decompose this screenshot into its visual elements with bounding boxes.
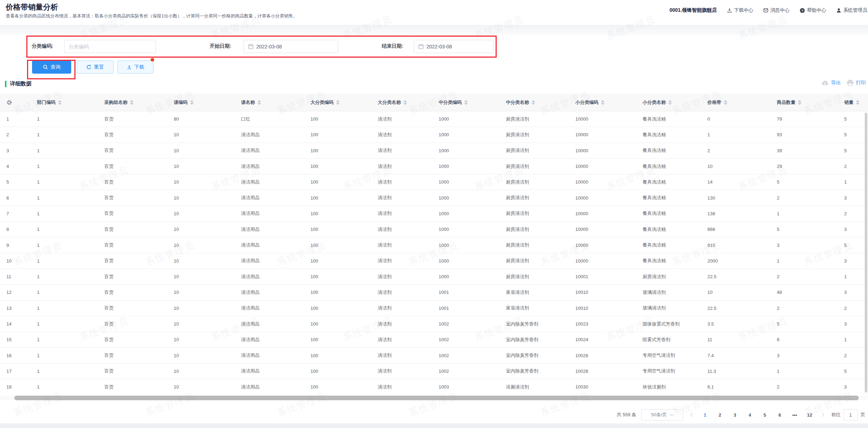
sort-carets-icon[interactable] <box>668 100 672 105</box>
column-header-label: 价格带 <box>707 99 721 106</box>
chevron-right-icon <box>820 413 824 417</box>
column-header[interactable]: 中分类编码 <box>432 99 500 106</box>
table-cell: 1000 <box>432 164 500 169</box>
table-cell: 1000 <box>432 179 500 185</box>
table-cell: 百货 <box>98 210 167 217</box>
table-cell: 1000 <box>432 274 500 279</box>
table-cell: 厨房清洁剂 <box>500 132 569 138</box>
page-number-button[interactable]: 4 <box>747 412 753 418</box>
table-cell: 1 <box>701 132 770 137</box>
download-button[interactable]: 下载 <box>117 60 153 74</box>
table-cell: 清洁用品 <box>235 179 304 185</box>
table-cell: 清洁剂 <box>371 179 432 185</box>
page-title: 价格带销量分析 <box>6 2 58 12</box>
column-header[interactable]: 部门编码 <box>31 99 98 106</box>
table-cell: 10 <box>167 306 235 311</box>
sort-carets-icon[interactable] <box>601 100 605 105</box>
start-date-field[interactable]: 2022-03-08 <box>244 40 338 53</box>
table-cell: 100 <box>304 148 371 153</box>
table-cell: 10000 <box>569 243 636 248</box>
nav-current-user[interactable]: 系统管理员 <box>836 7 868 14</box>
table-cell: 1 <box>31 290 98 295</box>
column-header[interactable]: 商品数量 <box>770 99 838 106</box>
column-header[interactable]: 中分类名称 <box>500 99 569 106</box>
category-code-field[interactable] <box>64 40 156 53</box>
sort-carets-icon[interactable] <box>130 100 134 105</box>
table-cell: 1 <box>31 132 98 137</box>
column-header[interactable]: 大分类名称 <box>371 99 432 106</box>
horizontal-scrollbar <box>0 396 868 400</box>
vertical-scrollbar-thumb[interactable] <box>865 113 867 392</box>
column-header-label: 大分类名称 <box>378 99 401 106</box>
table-cell: 清洁剂 <box>371 242 432 248</box>
table-cell: 100 <box>304 258 371 264</box>
table-cell: 22.5 <box>701 274 770 279</box>
page-ellipsis[interactable]: ••• <box>791 412 798 418</box>
sort-carets-icon[interactable] <box>58 100 62 105</box>
table-cell: 清洁用品 <box>235 195 304 201</box>
page-number-button[interactable]: 3 <box>732 412 738 418</box>
column-header[interactable]: 小分类名称 <box>636 99 701 106</box>
page-subtitle: 查看各分类的商品区线分布情况，基本算法：取各小分类商品的实际售价（保留1位小数）… <box>6 13 297 19</box>
nav-message-center[interactable]: 消息中心 <box>763 7 790 14</box>
sort-carets-icon[interactable] <box>724 100 727 105</box>
prev-page-button[interactable] <box>688 411 697 419</box>
column-header[interactable]: 小分类编码 <box>569 99 636 106</box>
table-cell: 1 <box>31 306 98 311</box>
page-number-button[interactable]: 6 <box>777 412 783 418</box>
nav-help-center[interactable]: ? 帮助中心 <box>800 7 826 14</box>
column-header[interactable]: 销量 <box>838 99 868 106</box>
table-cell: 100 <box>304 211 371 216</box>
print-link[interactable]: 打印 <box>847 80 866 86</box>
table-cell: 29 <box>770 164 838 169</box>
column-header[interactable]: 大分类编码 <box>304 99 371 106</box>
table-cell: 39 <box>770 148 838 153</box>
export-link[interactable]: 导出 <box>821 80 841 86</box>
table-cell: 厨房清洁剂 <box>500 258 569 264</box>
column-header[interactable]: 采购组名称 <box>98 99 167 106</box>
sort-carets-icon[interactable] <box>798 100 801 105</box>
table-cell: 6 <box>770 337 838 342</box>
sort-carets-icon[interactable] <box>190 100 194 105</box>
section-title: 详细数据 <box>10 80 31 87</box>
table-row: 161百货10清洁用品100清洁剂1002室内除臭芳香剂10026专用空气清洁剂… <box>0 348 868 363</box>
download-icon <box>727 8 732 13</box>
column-header[interactable]: 课编码 <box>167 99 235 106</box>
start-date-value: 2022-03-08 <box>256 44 282 49</box>
sort-carets-icon[interactable] <box>403 100 407 105</box>
table-cell: 厨房清洁剂 <box>500 116 569 122</box>
column-header[interactable]: 价格带 <box>701 99 770 106</box>
page-number-button[interactable]: 2 <box>717 412 723 418</box>
nav-download-center[interactable]: 下载中心 <box>727 7 753 14</box>
table-row: 101百货10清洁用品100清洁剂1000厨房清洁剂10000餐具洗洁精2000… <box>0 253 868 269</box>
horizontal-scrollbar-thumb[interactable] <box>14 396 859 400</box>
table-settings-cell[interactable] <box>0 100 31 105</box>
column-header[interactable]: 课名称 <box>235 99 304 106</box>
table-cell: 10 <box>167 148 235 153</box>
page-number-button[interactable]: 12 <box>806 412 813 418</box>
sort-carets-icon[interactable] <box>532 100 535 105</box>
table-cell: 100 <box>304 243 371 248</box>
sort-carets-icon[interactable] <box>336 100 340 105</box>
reset-button[interactable]: 重置 <box>77 60 114 74</box>
page-number-button[interactable]: 5 <box>762 412 768 418</box>
category-code-input[interactable] <box>69 44 151 49</box>
table-cell: 百货 <box>98 226 167 233</box>
sort-carets-icon[interactable] <box>856 100 859 105</box>
goto-page-input[interactable] <box>843 409 858 421</box>
table-tools: 导出 打印 <box>821 80 866 86</box>
page-size-select[interactable]: 50条/页 <box>641 409 683 421</box>
page-number-button[interactable]: 1 <box>702 412 708 418</box>
end-date-field[interactable]: 2022-03-08 <box>414 40 493 53</box>
search-button[interactable]: 查询 <box>32 60 71 74</box>
sort-carets-icon[interactable] <box>257 100 261 105</box>
table-cell: 1000 <box>432 116 500 122</box>
page-numbers: 123456•••12 <box>702 412 813 418</box>
column-header-label: 中分类编码 <box>439 99 462 106</box>
table-cell: 3 <box>838 227 868 232</box>
watermark-text: 系统管理员 <box>407 390 460 419</box>
table-cell: 10000 <box>569 116 636 122</box>
next-page-button[interactable] <box>818 411 826 419</box>
sort-carets-icon[interactable] <box>464 100 468 105</box>
total-count: 共 559 条 <box>617 412 636 418</box>
